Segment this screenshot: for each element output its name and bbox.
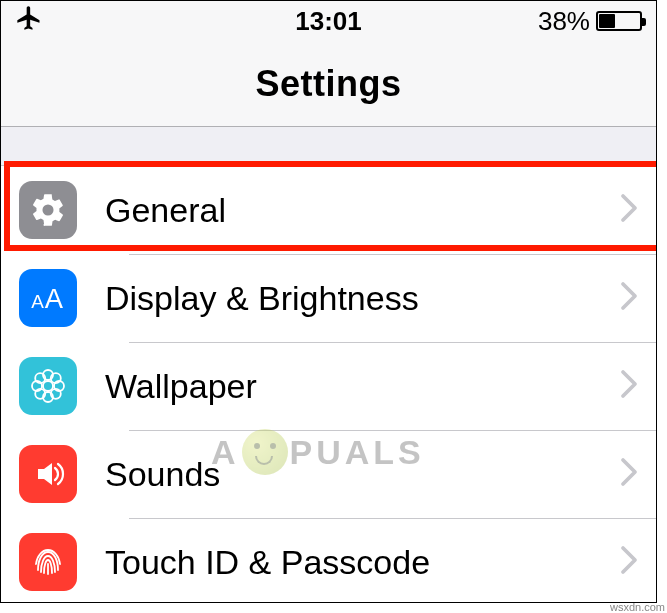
svg-text:A: A: [31, 292, 44, 313]
status-bar: 13:01 38%: [1, 1, 656, 41]
gear-icon: [19, 181, 77, 239]
fingerprint-icon: [19, 533, 77, 591]
flower-icon: [19, 357, 77, 415]
chevron-icon: [620, 545, 638, 579]
battery-percent: 38%: [538, 6, 590, 37]
row-sounds[interactable]: Sounds: [1, 430, 656, 518]
settings-list: General AA Display & Brightness Wallpape…: [1, 165, 656, 603]
chevron-icon: [620, 457, 638, 491]
chevron-icon: [620, 369, 638, 403]
page-title: Settings: [255, 63, 401, 105]
row-label-wallpaper: Wallpaper: [105, 367, 620, 406]
row-display-brightness[interactable]: AA Display & Brightness: [1, 254, 656, 342]
status-left: [15, 4, 43, 38]
row-label-touchid: Touch ID & Passcode: [105, 543, 620, 582]
nav-header: Settings: [1, 41, 656, 127]
row-touchid-passcode[interactable]: Touch ID & Passcode: [1, 518, 656, 603]
status-right: 38%: [538, 6, 642, 37]
row-label-display: Display & Brightness: [105, 279, 620, 318]
chevron-icon: [620, 281, 638, 315]
row-wallpaper[interactable]: Wallpaper: [1, 342, 656, 430]
speaker-icon: [19, 445, 77, 503]
svg-point-2: [43, 381, 53, 391]
text-size-icon: AA: [19, 269, 77, 327]
svg-text:A: A: [45, 284, 64, 315]
attribution: wsxdn.com: [610, 601, 665, 613]
row-general[interactable]: General: [1, 166, 656, 254]
battery-icon: [596, 11, 642, 31]
row-label-general: General: [105, 191, 620, 230]
chevron-icon: [620, 193, 638, 227]
airplane-icon: [15, 4, 43, 38]
row-label-sounds: Sounds: [105, 455, 620, 494]
